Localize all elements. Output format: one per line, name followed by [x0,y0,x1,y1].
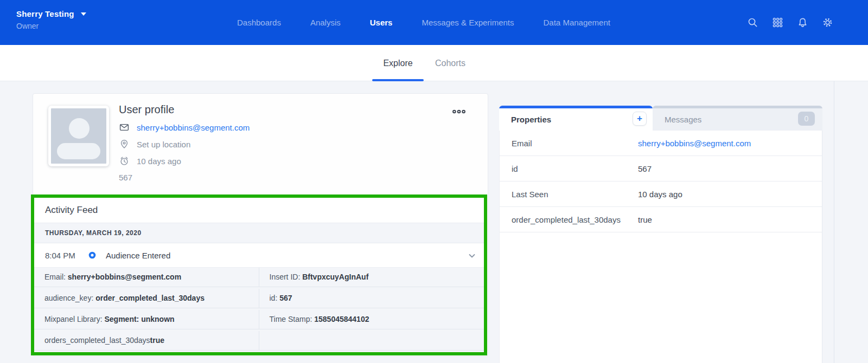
set-location-link[interactable]: Set up location [137,140,190,149]
tab-messages[interactable]: Messages 0 [653,106,822,131]
properties-tab-strip: Properties + Messages 0 [499,106,822,131]
header-icons [747,0,833,45]
active-tab-underline [372,79,424,81]
gear-icon[interactable] [822,17,833,28]
more-options-icon[interactable] [452,109,465,114]
property-row: Last Seen 10 days ago [500,182,822,207]
event-property-cell [259,331,484,351]
apps-grid-icon[interactable] [772,17,783,28]
event-property-cell: Mixpanel Library: Segment: unknown [34,310,259,329]
properties-table: Email sherry+bobbins@segment.com id 567 … [499,131,822,363]
nav-item-analysis[interactable]: Analysis [310,18,341,27]
bell-icon[interactable] [797,17,808,28]
nav-item-data-management[interactable]: Data Management [544,18,610,27]
main-nav: Dashboards Analysis Users Messages & Exp… [237,0,610,45]
chevron-down-icon[interactable] [468,251,476,260]
avatar-silhouette-body [57,143,100,159]
tab-properties[interactable]: Properties + [499,106,653,131]
event-property-cell: audience_key: order_completed_last_30day… [34,289,259,308]
profile-id: 567 [119,173,250,182]
property-key: order_completed_last_30days [512,215,621,224]
property-row: Email sherry+bobbins@segment.com [500,131,822,156]
profile-info: User profile sherry+bobbins@segment.com … [119,103,250,182]
nav-item-dashboards[interactable]: Dashboards [237,18,281,27]
property-value: 567 [638,164,652,173]
search-icon[interactable] [747,17,758,28]
tab-explore[interactable]: Explore [372,45,424,81]
active-tab-strip [499,106,653,108]
property-value: 10 days ago [638,190,682,199]
property-row: order_completed_last_30days true [500,207,822,232]
event-property-cell: Time Stamp: 1585045844102 [259,310,484,329]
messages-count-badge: 0 [798,112,815,126]
event-name: Audience Entered [106,251,170,260]
event-property-cell: Insert ID: BftvpxcuyAgInAuf [259,268,484,287]
nav-item-users[interactable]: Users [370,18,393,27]
top-nav-bar: Sherry Testing Owner Dashboards Analysis… [0,0,868,45]
activity-date-header: THURSDAY, MARCH 19, 2020 [34,223,484,243]
page-tab-bar: Explore Cohorts [0,45,868,81]
event-property-cell: id: 567 [259,289,484,308]
activity-feed-title: Activity Feed [34,198,484,223]
avatar [48,106,109,166]
page: Sherry Testing Owner Dashboards Analysis… [0,0,868,363]
activity-feed-highlight: Activity Feed THURSDAY, MARCH 19, 2020 8… [31,195,487,355]
profile-title: User profile [119,103,250,116]
property-value-email-link[interactable]: sherry+bobbins@segment.com [638,139,751,148]
caret-down-icon [81,12,86,16]
project-switcher[interactable]: Sherry Testing Owner [16,9,86,30]
property-key: id [512,164,518,173]
activity-event-row[interactable]: 8:04 PM Audience Entered [34,243,484,268]
event-time: 8:04 PM [45,251,88,260]
event-property-cell: orders_completed_last_30daystrue [34,331,259,351]
property-value: true [638,215,652,224]
tab-properties-label: Properties [511,115,551,124]
envelope-icon [119,122,130,133]
property-key: Email [512,139,532,148]
last-seen-label: 10 days ago [137,157,181,166]
event-type-icon [88,251,97,260]
profile-email-link[interactable]: sherry+bobbins@segment.com [137,123,250,132]
tab-cohorts[interactable]: Cohorts [429,45,472,81]
add-property-button[interactable]: + [633,112,647,126]
user-role-label: Owner [16,22,86,30]
inactive-tab-strip [653,106,822,108]
clock-icon [119,155,130,166]
tab-messages-label: Messages [665,115,701,124]
nav-item-messages-experiments[interactable]: Messages & Experiments [422,18,514,27]
property-row: id 567 [500,156,822,182]
location-pin-icon [119,139,130,150]
event-properties-grid: Email: sherry+bobbins@segment.com Insert… [34,268,484,352]
avatar-silhouette-head [69,118,90,139]
property-key: Last Seen [512,190,548,199]
project-name: Sherry Testing [16,9,74,18]
content-scroll-divider [834,81,834,363]
event-property-cell: Email: sherry+bobbins@segment.com [34,268,259,287]
